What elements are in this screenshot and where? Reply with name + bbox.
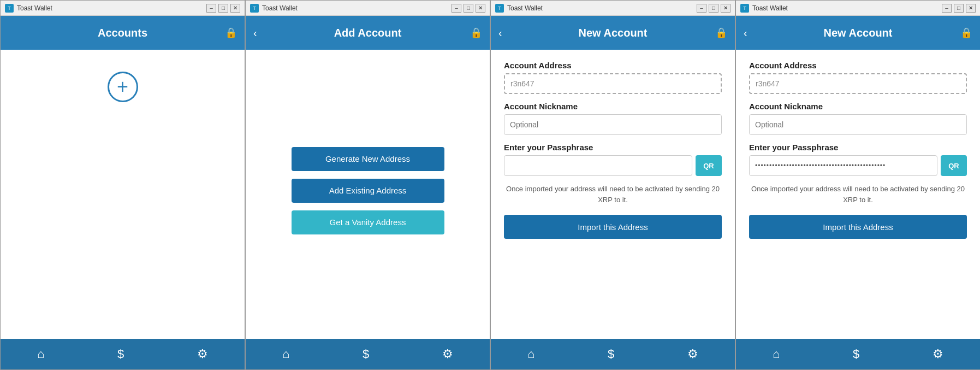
maximize-btn-4[interactable]: □	[954, 4, 964, 13]
title-bar-left-4: T Toast Wallet	[740, 4, 788, 13]
header-3: ‹ New Account 🔒	[491, 16, 735, 50]
header-title-3: New Account	[579, 27, 648, 39]
header-title-1: Accounts	[98, 27, 147, 39]
address-label-2: Account Address	[749, 61, 967, 70]
nickname-label-1: Account Nickname	[504, 102, 722, 111]
maximize-btn-3[interactable]: □	[709, 4, 718, 13]
app-title-1: Toast Wallet	[17, 4, 52, 12]
app-title-4: Toast Wallet	[752, 4, 788, 12]
import-button-1[interactable]: Import this Address	[504, 215, 722, 239]
gear-icon-2[interactable]: ⚙	[429, 343, 466, 366]
close-btn-3[interactable]: ✕	[721, 4, 730, 13]
nickname-section-2: Account Nickname	[749, 102, 967, 143]
generate-address-button[interactable]: Generate New Address	[292, 147, 444, 171]
lock-icon-1[interactable]: 🔒	[225, 27, 237, 39]
window-new-account-1: T Toast Wallet – □ ✕ ‹ New Account 🔒 Acc…	[490, 0, 735, 370]
dollar-icon-3[interactable]: $	[595, 343, 627, 366]
title-bar-4: T Toast Wallet – □ ✕	[736, 1, 980, 16]
app-title-3: Toast Wallet	[507, 4, 543, 12]
window-controls-1: – □ ✕	[206, 4, 240, 13]
content-add-account: Generate New Address Add Existing Addres…	[246, 50, 490, 339]
header-2: ‹ Add Account 🔒	[246, 16, 490, 50]
lock-icon-3[interactable]: 🔒	[715, 27, 727, 39]
nickname-label-2: Account Nickname	[749, 102, 967, 111]
title-bar-left-2: T Toast Wallet	[250, 4, 298, 13]
add-existing-button[interactable]: Add Existing Address	[292, 179, 444, 203]
back-icon-4[interactable]: ‹	[744, 27, 747, 39]
window-add-account: T Toast Wallet – □ ✕ ‹ Add Account 🔒 Gen…	[245, 0, 490, 370]
home-icon-1[interactable]: ⌂	[24, 343, 57, 366]
maximize-btn-1[interactable]: □	[218, 4, 228, 13]
footer-3: ⌂ $ ⚙	[491, 339, 735, 369]
close-btn-2[interactable]: ✕	[476, 4, 485, 13]
lock-icon-2[interactable]: 🔒	[470, 27, 482, 39]
minimize-btn-1[interactable]: –	[206, 4, 216, 13]
qr-button-1[interactable]: QR	[696, 155, 722, 176]
address-input-1[interactable]	[504, 73, 722, 94]
passphrase-label-1: Enter your Passphrase	[504, 143, 722, 152]
home-icon-2[interactable]: ⌂	[269, 343, 302, 366]
address-section-2: Account Address	[749, 61, 967, 102]
app-icon-2: T	[250, 4, 259, 13]
passphrase-row-1: QR	[504, 155, 722, 176]
vanity-address-button[interactable]: Get a Vanity Address	[292, 210, 444, 234]
home-icon-4[interactable]: ⌂	[759, 343, 793, 366]
title-bar-2: T Toast Wallet – □ ✕	[246, 1, 490, 16]
minimize-btn-3[interactable]: –	[697, 4, 706, 13]
home-icon-3[interactable]: ⌂	[514, 343, 548, 366]
minimize-btn-4[interactable]: –	[942, 4, 952, 13]
back-icon-2[interactable]: ‹	[253, 27, 257, 39]
passphrase-section-2: Enter your Passphrase QR	[749, 143, 967, 184]
gear-icon-1[interactable]: ⚙	[184, 343, 221, 366]
window-new-account-2: T Toast Wallet – □ ✕ ‹ New Account 🔒 Acc…	[735, 0, 980, 370]
dollar-icon-4[interactable]: $	[840, 343, 872, 366]
window-controls-4: – □ ✕	[942, 4, 976, 13]
notice-text-2: Once imported your address will need to …	[749, 184, 967, 205]
address-input-2[interactable]	[749, 73, 967, 94]
passphrase-input-1[interactable]	[504, 155, 692, 176]
footer-1: ⌂ $ ⚙	[1, 339, 245, 369]
nickname-input-1[interactable]	[504, 114, 722, 135]
title-bar-3: T Toast Wallet – □ ✕	[491, 1, 735, 16]
content-new-account-1: Account Address Account Nickname Enter y…	[491, 50, 735, 339]
gear-icon-4[interactable]: ⚙	[919, 343, 957, 366]
passphrase-label-2: Enter your Passphrase	[749, 143, 967, 152]
notice-text-1: Once imported your address will need to …	[504, 184, 722, 205]
minimize-btn-2[interactable]: –	[452, 4, 461, 13]
nickname-input-2[interactable]	[749, 114, 967, 135]
passphrase-input-2[interactable]	[749, 155, 937, 176]
window-controls-3: – □ ✕	[697, 4, 730, 13]
title-bar-left-3: T Toast Wallet	[495, 4, 543, 13]
qr-button-2[interactable]: QR	[941, 155, 967, 176]
app-icon-4: T	[740, 4, 749, 13]
header-title-4: New Account	[824, 27, 893, 39]
close-btn-1[interactable]: ✕	[230, 4, 240, 13]
title-bar-left-1: T Toast Wallet	[5, 4, 52, 13]
lock-icon-4[interactable]: 🔒	[960, 27, 972, 39]
window-accounts: T Toast Wallet – □ ✕ Accounts 🔒 + ⌂ $ ⚙	[0, 0, 245, 370]
content-new-account-2: Account Address Account Nickname Enter y…	[736, 50, 980, 339]
dollar-icon-2[interactable]: $	[349, 343, 382, 366]
content-accounts: +	[1, 50, 245, 339]
close-btn-4[interactable]: ✕	[966, 4, 976, 13]
window-controls-2: – □ ✕	[452, 4, 485, 13]
address-label-1: Account Address	[504, 61, 722, 70]
address-section-1: Account Address	[504, 61, 722, 102]
app-icon-1: T	[5, 4, 14, 13]
gear-icon-3[interactable]: ⚙	[674, 343, 711, 366]
back-icon-3[interactable]: ‹	[498, 27, 502, 39]
header-title-2: Add Account	[334, 27, 402, 39]
title-bar-1: T Toast Wallet – □ ✕	[1, 1, 245, 16]
footer-2: ⌂ $ ⚙	[246, 339, 490, 369]
footer-4: ⌂ $ ⚙	[736, 339, 980, 369]
dollar-icon-1[interactable]: $	[104, 343, 137, 366]
app-icon-3: T	[495, 4, 504, 13]
header-1: Accounts 🔒	[1, 16, 245, 50]
add-account-button[interactable]: +	[108, 72, 138, 102]
passphrase-row-2: QR	[749, 155, 967, 176]
passphrase-section-1: Enter your Passphrase QR	[504, 143, 722, 184]
nickname-section-1: Account Nickname	[504, 102, 722, 143]
app-title-2: Toast Wallet	[262, 4, 298, 12]
maximize-btn-2[interactable]: □	[464, 4, 473, 13]
import-button-2[interactable]: Import this Address	[749, 215, 967, 239]
